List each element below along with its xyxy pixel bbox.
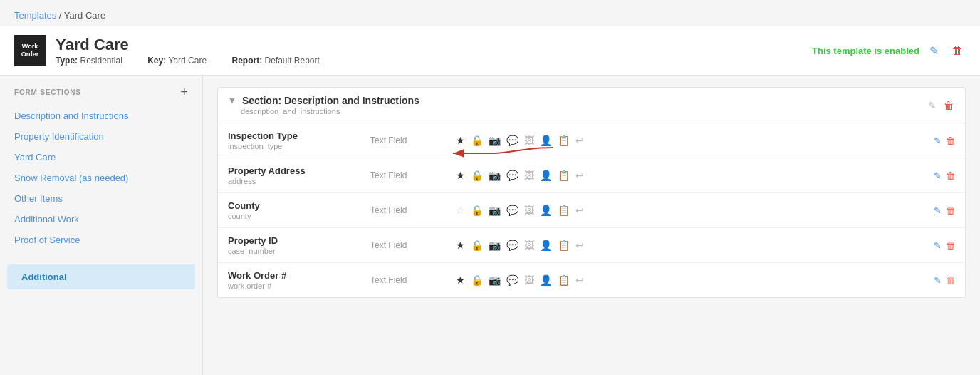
field-edit-button[interactable]: ✎: [934, 275, 942, 286]
lock-icon[interactable]: 🔒: [471, 170, 483, 181]
list-icon[interactable]: 📋: [558, 205, 570, 216]
comment-icon[interactable]: 💬: [506, 240, 518, 251]
sidebar-header: FORM SECTIONS +: [0, 86, 202, 106]
person-icon[interactable]: 👤: [540, 205, 552, 216]
section-delete-button[interactable]: 🗑: [942, 98, 955, 113]
content-area: ▼ Section: Description and Instructions …: [203, 76, 980, 375]
lock-icon[interactable]: 🔒: [471, 274, 483, 286]
field-row-address: Property Address address Text Field ★ 🔒 …: [218, 158, 965, 193]
field-name: County: [228, 200, 370, 211]
camera-icon[interactable]: 📷: [489, 205, 501, 216]
list-icon[interactable]: 📋: [558, 135, 570, 146]
breadcrumb: Templates / Yard Care: [0, 0, 980, 26]
field-row-actions: ✎ 🗑: [934, 135, 955, 146]
field-row-actions: ✎ 🗑: [934, 205, 955, 216]
field-row-inspection-type: Inspection Type inspection_type Text Fie…: [218, 123, 965, 158]
section-edit-button[interactable]: ✎: [927, 98, 938, 113]
arrow-icon[interactable]: ↩: [575, 135, 584, 146]
field-name-col: Property ID case_number: [228, 235, 370, 255]
person-icon[interactable]: 👤: [540, 135, 552, 146]
field-row-actions: ✎ 🗑: [934, 275, 955, 286]
delete-template-button[interactable]: 🗑: [949, 43, 966, 58]
arrow-icon[interactable]: ↩: [575, 240, 584, 251]
edit-template-button[interactable]: ✎: [927, 43, 942, 59]
field-name-col: Inspection Type inspection_type: [228, 130, 370, 150]
comment-icon[interactable]: 💬: [506, 205, 518, 216]
image-icon[interactable]: 🖼: [524, 205, 534, 216]
required-star-icon[interactable]: ★: [456, 135, 465, 146]
comment-icon[interactable]: 💬: [506, 274, 518, 286]
image-icon[interactable]: 🖼: [524, 135, 534, 146]
field-edit-button[interactable]: ✎: [934, 240, 942, 251]
required-star-icon[interactable]: ★: [456, 170, 465, 181]
person-icon[interactable]: 👤: [540, 170, 552, 181]
field-edit-button[interactable]: ✎: [934, 205, 942, 216]
field-delete-button[interactable]: 🗑: [946, 135, 955, 146]
field-row-county: County county Text Field ☆ 🔒 📷 💬 🖼 👤 📋 ↩…: [218, 193, 965, 228]
comment-icon[interactable]: 💬: [506, 170, 518, 181]
field-delete-button[interactable]: 🗑: [946, 205, 955, 216]
breadcrumb-templates-link[interactable]: Templates: [14, 10, 56, 21]
sidebar-item-other[interactable]: Other Items: [0, 188, 202, 209]
add-section-button[interactable]: +: [180, 86, 188, 98]
arrow-icon[interactable]: ↩: [575, 274, 584, 286]
field-key: case_number: [228, 247, 370, 255]
breadcrumb-separator: /: [56, 10, 64, 21]
section-header: ▼ Section: Description and Instructions …: [217, 87, 966, 123]
arrow-icon[interactable]: ↩: [575, 205, 584, 216]
sidebar-item-property[interactable]: Property Identification: [0, 126, 202, 147]
field-delete-button[interactable]: 🗑: [946, 170, 955, 181]
list-icon[interactable]: 📋: [558, 170, 570, 181]
camera-icon[interactable]: 📷: [489, 135, 501, 146]
sidebar-item-yard[interactable]: Yard Care: [0, 147, 202, 168]
person-icon[interactable]: 👤: [540, 240, 552, 251]
image-icon[interactable]: 🖼: [524, 274, 534, 286]
field-name: Work Order #: [228, 270, 370, 281]
required-star-icon[interactable]: ★: [456, 240, 465, 251]
list-icon[interactable]: 📋: [558, 274, 570, 286]
field-edit-button[interactable]: ✎: [934, 170, 942, 181]
app-logo: Work Order: [14, 35, 46, 66]
sidebar-section-label: FORM SECTIONS: [14, 88, 81, 96]
lock-icon[interactable]: 🔒: [471, 240, 483, 251]
sidebar-item-proof[interactable]: Proof of Service: [0, 230, 202, 250]
header-meta: Type: Residential Key: Yard Care Report:…: [56, 56, 343, 66]
field-row-actions: ✎ 🗑: [934, 170, 955, 181]
arrow-icon[interactable]: ↩: [575, 170, 584, 181]
field-row-actions: ✎ 🗑: [934, 240, 955, 251]
list-icon[interactable]: 📋: [558, 240, 570, 251]
field-key: inspection_type: [228, 142, 370, 150]
camera-icon[interactable]: 📷: [489, 240, 501, 251]
field-icons: ★ 🔒 📷 💬 🖼 👤 📋 ↩: [456, 240, 934, 251]
field-delete-button[interactable]: 🗑: [946, 275, 955, 286]
camera-icon[interactable]: 📷: [489, 274, 501, 286]
comment-icon[interactable]: 💬: [506, 135, 518, 146]
field-name: Property Address: [228, 165, 370, 176]
section-key: description_and_instructions: [241, 107, 340, 115]
sidebar-item-description[interactable]: Description and Instructions: [0, 106, 202, 126]
sidebar-item-additional[interactable]: Additional Work: [0, 209, 202, 230]
field-delete-button[interactable]: 🗑: [946, 240, 955, 251]
section-actions: ✎ 🗑: [927, 98, 955, 113]
required-star-icon[interactable]: ★: [456, 274, 465, 286]
field-edit-button[interactable]: ✎: [934, 135, 942, 146]
field-key: work order #: [228, 282, 370, 290]
type-label: Type: Residential: [56, 56, 134, 66]
camera-icon[interactable]: 📷: [489, 170, 501, 181]
additional-banner: Additional: [21, 272, 181, 282]
lock-icon[interactable]: 🔒: [471, 135, 483, 146]
sidebar-item-snow[interactable]: Snow Removal (as needed): [0, 168, 202, 188]
field-type: Text Field: [370, 275, 456, 285]
key-label: Key: Yard Care: [147, 56, 218, 66]
image-icon[interactable]: 🖼: [524, 170, 534, 181]
main-content: FORM SECTIONS + Description and Instruct…: [0, 76, 980, 375]
section-chevron[interactable]: ▼: [228, 96, 236, 106]
field-icons: ☆ 🔒 📷 💬 🖼 👤 📋 ↩: [456, 205, 934, 216]
field-type: Text Field: [370, 240, 456, 250]
field-type: Text Field: [370, 170, 456, 180]
page-header: Work Order Yard Care Type: Residential K…: [0, 26, 980, 76]
image-icon[interactable]: 🖼: [524, 240, 534, 251]
required-star-icon[interactable]: ☆: [456, 205, 465, 216]
lock-icon[interactable]: 🔒: [471, 205, 483, 216]
person-icon[interactable]: 👤: [540, 274, 552, 286]
